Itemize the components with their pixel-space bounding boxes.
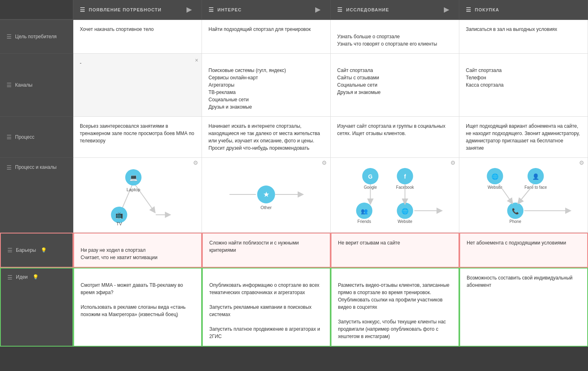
bulb-icon-ideas: 💡 bbox=[33, 274, 39, 280]
goal-cell-3: Узнать больше о спортзале Узнать что гов… bbox=[331, 20, 459, 54]
ideas-cell-3: Разместить видео-отзывы клиентов, записа… bbox=[331, 268, 459, 347]
svg-text:💻: 💻 bbox=[129, 174, 138, 181]
goal-cell-2: Найти подходящий спортзал для тренировок bbox=[202, 20, 331, 54]
svg-text:Face to face: Face to face bbox=[524, 185, 547, 190]
header-col1: ☰ ПОЯВЛЕНИЕ ПОТРЕБНОСТИ ▶ bbox=[73, 0, 202, 20]
channels-cell-1: × - bbox=[73, 54, 202, 117]
svg-text:Laptop: Laptop bbox=[127, 187, 140, 192]
header-col2: ☰ ИНТЕРЕС ▶ bbox=[202, 0, 331, 20]
svg-text:📺: 📺 bbox=[115, 211, 123, 219]
channels-cell-4: Сайт спортзала Телефон Касса спортзала bbox=[459, 54, 588, 117]
svg-text:★: ★ bbox=[263, 190, 270, 199]
svg-text:Friends: Friends bbox=[358, 219, 371, 224]
menu-icon: ☰ bbox=[7, 134, 12, 140]
ideas-cell-4: Возможность составить свой индивидуальны… bbox=[459, 268, 588, 347]
svg-text:Website: Website bbox=[398, 219, 412, 224]
process-cell-4: Ищет подходящий вариант абонемента на са… bbox=[459, 117, 588, 158]
svg-text:Phone: Phone bbox=[509, 219, 521, 224]
svg-text:📞: 📞 bbox=[512, 208, 519, 215]
svg-line-1 bbox=[134, 182, 154, 211]
sidebar-processchannels: ☰ Процесс и каналы bbox=[0, 158, 73, 233]
gear-icon-2[interactable]: ⚙ bbox=[322, 159, 327, 166]
menu-icon: ☰ bbox=[7, 274, 13, 281]
svg-text:👤: 👤 bbox=[532, 173, 540, 180]
sidebar-ideas: ☰ Идеи 💡 bbox=[0, 268, 73, 347]
gear-icon-3[interactable]: ⚙ bbox=[450, 159, 456, 166]
svg-text:G: G bbox=[368, 173, 373, 180]
svg-text:f: f bbox=[404, 173, 406, 180]
svg-text:👥: 👥 bbox=[361, 208, 368, 215]
barriers-cell-3: Не верит отзывам на сайте bbox=[331, 233, 459, 268]
processchannels-cell-3: ⚙ G Google f Facebook 👥 Friends 🌐 Websit… bbox=[331, 158, 459, 233]
header-col3: ☰ ИССЛЕДОВАНИЕ ▶ bbox=[331, 0, 459, 20]
menu-icon: ☰ bbox=[7, 82, 12, 88]
gear-icon-4[interactable]: ⚙ bbox=[579, 159, 584, 166]
menu-icon-col1: ☰ bbox=[80, 7, 86, 13]
svg-text:Other: Other bbox=[261, 205, 272, 210]
ideas-cell-1: Смотрит ММА - может давать ТВ-рекламу во… bbox=[73, 268, 202, 347]
svg-text:🌐: 🌐 bbox=[491, 173, 499, 180]
channels-cell-3: Сайт спортзала Сайты с отзывами Социальн… bbox=[331, 54, 459, 117]
menu-icon-col3: ☰ bbox=[337, 7, 343, 13]
sidebar-channels: ☰ Каналы bbox=[0, 54, 73, 117]
menu-icon: ☰ bbox=[7, 33, 12, 40]
processchannels-cell-4: ⚙ 🌐 Website 👤 Face to face 📞 Phone bbox=[459, 158, 588, 233]
bulb-icon-barriers: 💡 bbox=[41, 247, 47, 253]
process-cell-3: Изучает сайт спортзала и группы в социал… bbox=[331, 117, 459, 158]
barriers-cell-4: Нет абонемента с подходящими условиями bbox=[459, 233, 588, 268]
menu-icon-col4: ☰ bbox=[466, 7, 472, 13]
svg-text:🌐: 🌐 bbox=[402, 208, 409, 215]
sidebar-goal: ☰ Цель потребителя bbox=[0, 20, 73, 54]
svg-line-0 bbox=[121, 182, 134, 211]
ideas-cell-2: Опубликовать информацию о спортзале во в… bbox=[202, 268, 331, 347]
sidebar-barriers: ☰ Барьеры 💡 bbox=[0, 233, 73, 268]
processchannels-cell-1: ⚙ 💻 Laptop 📺 TV bbox=[73, 158, 202, 233]
barriers-cell-2: Сложно найти поблизости и с нужными крит… bbox=[202, 233, 331, 268]
header-sidebar bbox=[0, 0, 73, 20]
menu-icon: ☰ bbox=[7, 247, 13, 253]
goal-cell-4: Записаться в зал на выгодных условиях bbox=[459, 20, 588, 54]
process-cell-1: Всерьез заинтересовался занятиями в трен… bbox=[73, 117, 202, 158]
menu-icon-col2: ☰ bbox=[208, 7, 214, 13]
barriers-cell-1: Ни разу не ходил в спортзал Считает, что… bbox=[73, 233, 202, 268]
header-col4: ☰ ПОКУПКА bbox=[459, 0, 588, 20]
menu-icon: ☰ bbox=[7, 164, 12, 171]
process-cell-2: Начинает искать в интернете спортзалы, н… bbox=[202, 117, 331, 158]
goal-cell-1: Хочет накачать спортивное тело bbox=[73, 20, 202, 54]
close-button[interactable]: × bbox=[195, 56, 198, 65]
svg-line-38 bbox=[499, 184, 511, 202]
gear-icon-1[interactable]: ⚙ bbox=[193, 159, 198, 166]
channels-cell-2: Поисковые системы (гугл, яндекс) Сервисы… bbox=[202, 54, 331, 117]
sidebar-process: ☰ Процесс bbox=[0, 117, 73, 158]
processchannels-cell-2: ⚙ ★ Other bbox=[202, 158, 331, 233]
svg-text:TV: TV bbox=[116, 221, 122, 226]
